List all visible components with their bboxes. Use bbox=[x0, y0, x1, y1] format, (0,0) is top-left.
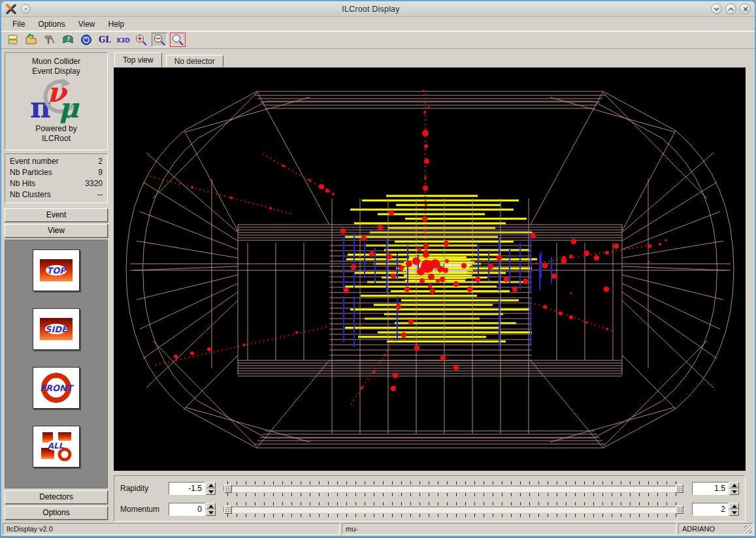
spin-down-button[interactable] bbox=[206, 488, 216, 495]
sidebar: Muon Collider Event Display π ν μ Powere… bbox=[1, 49, 110, 522]
slider-thumb-max[interactable] bbox=[676, 484, 683, 493]
zoom-in-icon bbox=[135, 33, 148, 46]
rapidity-row: Rapidity bbox=[120, 479, 739, 498]
logo-title-line2: Event Display bbox=[5, 67, 107, 76]
event-display-canvas[interactable] bbox=[114, 68, 746, 471]
stat-nb-hits: Nb Hits 3320 bbox=[5, 178, 107, 189]
slider-thumb-min[interactable] bbox=[224, 505, 232, 514]
quit-button[interactable] bbox=[78, 33, 94, 47]
slider-groove[interactable] bbox=[223, 507, 684, 513]
spin-down-button[interactable] bbox=[206, 509, 216, 516]
maximize-button[interactable] bbox=[725, 3, 736, 14]
open-file-icon bbox=[7, 33, 20, 46]
side-view-icon: SIDE bbox=[37, 314, 75, 344]
help-book-icon: ? bbox=[61, 33, 74, 46]
slider-ticks-top bbox=[227, 481, 680, 484]
side-view-button[interactable]: SIDE bbox=[33, 308, 80, 350]
spin-up-button[interactable] bbox=[729, 503, 739, 509]
tools-icon bbox=[43, 33, 56, 46]
view-button[interactable]: View bbox=[5, 224, 108, 238]
svg-text:GL: GL bbox=[99, 35, 111, 44]
rapidity-max-field[interactable] bbox=[692, 482, 729, 495]
menu-item-file[interactable]: File bbox=[7, 18, 31, 30]
spin-up-button[interactable] bbox=[729, 482, 739, 488]
status-detector: ADRIANO bbox=[678, 523, 753, 535]
stat-value: 9 bbox=[98, 168, 103, 178]
open-folder-icon bbox=[25, 33, 38, 46]
menu-item-help[interactable]: Help bbox=[103, 18, 131, 30]
svg-text:X3D: X3D bbox=[116, 37, 130, 44]
spin-up-button[interactable] bbox=[206, 482, 216, 488]
menu-item-options[interactable]: Options bbox=[32, 18, 71, 30]
power-icon bbox=[80, 33, 93, 46]
tab-no-detector[interactable]: No detector bbox=[166, 55, 223, 67]
tab-top-view[interactable]: Top view bbox=[114, 52, 162, 67]
spin-down-button[interactable] bbox=[729, 488, 739, 495]
arrow-down-icon bbox=[208, 511, 214, 514]
powered-by-line2: ILCRoot bbox=[5, 134, 107, 144]
spin-up-button[interactable] bbox=[206, 503, 216, 509]
open-folder-button[interactable] bbox=[24, 33, 39, 47]
chevron-down-icon bbox=[714, 7, 719, 11]
options-button[interactable]: Options bbox=[5, 506, 108, 520]
rapidity-range-slider[interactable] bbox=[223, 481, 684, 496]
momentum-min-field[interactable] bbox=[169, 503, 205, 516]
stat-event-number: Event number 2 bbox=[5, 156, 107, 167]
slider-thumb-max[interactable] bbox=[676, 505, 683, 514]
menu-item-view[interactable]: View bbox=[73, 18, 101, 30]
arrow-down-icon bbox=[208, 490, 214, 494]
x3d-icon: X3D bbox=[116, 33, 130, 46]
momentum-max-field[interactable] bbox=[692, 503, 729, 516]
arrow-up-icon bbox=[208, 505, 214, 508]
menubar: File Options View Help bbox=[1, 17, 755, 31]
content-area: Top view No detector Rapidity bbox=[110, 49, 755, 522]
x3d-view-button[interactable]: X3D bbox=[115, 33, 131, 47]
svg-text:ALL: ALL bbox=[48, 441, 64, 451]
zoom-out-button[interactable] bbox=[152, 33, 167, 47]
pin-button[interactable] bbox=[21, 4, 31, 14]
zoom-in-button[interactable] bbox=[133, 33, 149, 47]
settings-button[interactable] bbox=[42, 33, 58, 47]
view-buttons-panel: TOP SIDE FRONT bbox=[5, 240, 108, 488]
slider-groove[interactable] bbox=[223, 486, 684, 492]
app-menu-icon[interactable] bbox=[5, 3, 17, 15]
event-button[interactable]: Event bbox=[5, 208, 108, 222]
spin-down-button[interactable] bbox=[729, 509, 739, 516]
top-view-button[interactable]: TOP bbox=[33, 249, 80, 291]
statusbar: IlcDisplay v2.0 mu- ADRIANO bbox=[1, 522, 755, 536]
minimize-button[interactable] bbox=[711, 3, 722, 14]
toolbar: ? GL X3D bbox=[1, 31, 755, 49]
status-detector-text: ADRIANO bbox=[682, 525, 715, 533]
help-button[interactable]: ? bbox=[60, 33, 76, 47]
open-file-button[interactable] bbox=[5, 33, 21, 47]
close-button[interactable] bbox=[740, 3, 751, 14]
rapidity-min-field[interactable] bbox=[169, 482, 205, 495]
opengl-view-button[interactable]: GL bbox=[97, 33, 112, 47]
svg-text:μ: μ bbox=[59, 92, 80, 124]
momentum-row: Momentum bbox=[120, 500, 739, 518]
stat-label: Nb Clusters bbox=[10, 190, 51, 200]
slider-ticks-bottom bbox=[227, 493, 680, 496]
momentum-range-slider[interactable] bbox=[223, 502, 684, 517]
logo-panel: Muon Collider Event Display π ν μ Powere… bbox=[5, 52, 108, 150]
event-display-viewport[interactable] bbox=[114, 67, 746, 471]
top-view-icon: TOP bbox=[37, 255, 75, 285]
slider-thumb-min[interactable] bbox=[224, 484, 232, 493]
zoom-default-icon bbox=[171, 33, 184, 46]
all-views-icon: ALL bbox=[37, 430, 75, 464]
stat-value: 2 bbox=[98, 157, 103, 166]
slider-ticks-top bbox=[227, 502, 680, 505]
zoom-default-button[interactable] bbox=[170, 33, 186, 47]
slider-ticks-bottom bbox=[227, 514, 680, 517]
resize-grip[interactable] bbox=[744, 526, 752, 533]
momentum-min-spinner bbox=[169, 503, 216, 516]
svg-text:TOP: TOP bbox=[46, 266, 67, 276]
status-particle: mu- bbox=[342, 523, 676, 535]
opengl-icon: GL bbox=[97, 33, 112, 46]
svg-text:FRONT: FRONT bbox=[40, 383, 74, 393]
detectors-button[interactable]: Detectors bbox=[5, 490, 108, 504]
all-views-button[interactable]: ALL bbox=[33, 426, 80, 467]
front-view-button[interactable]: FRONT bbox=[33, 367, 80, 409]
titlebar[interactable]: ILCroot Display bbox=[1, 1, 755, 17]
powered-by-line1: Powered by bbox=[5, 124, 107, 134]
